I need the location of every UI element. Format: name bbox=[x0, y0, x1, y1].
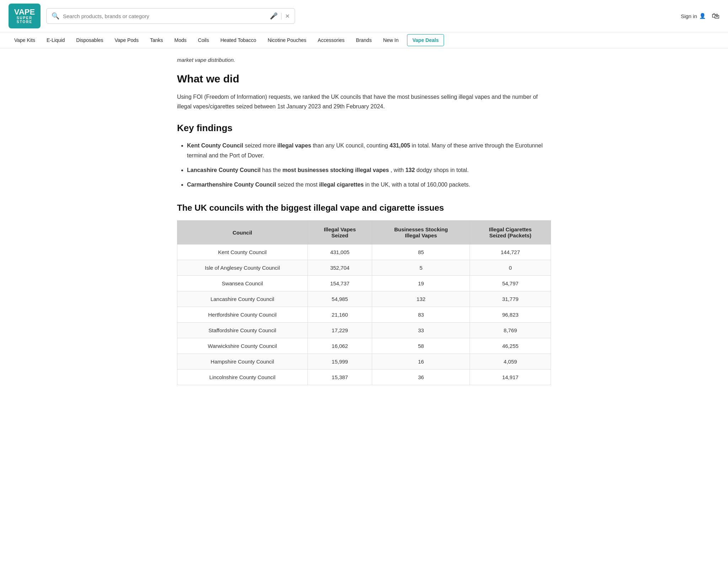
finding-2-bold-mid: most businesses stocking illegal vapes bbox=[283, 167, 389, 173]
finding-1-text1: seized more bbox=[245, 142, 278, 149]
finding-3-bold-mid: illegal cigarettes bbox=[319, 182, 364, 188]
table-cell: 21,160 bbox=[307, 307, 372, 323]
table-row: Isle of Anglesey County Council352,70450 bbox=[177, 260, 551, 276]
table-cell: 96,823 bbox=[470, 307, 551, 323]
table-row: Staffordshire County Council17,229338,76… bbox=[177, 323, 551, 338]
finding-2-bold-start: Lancashire County Council bbox=[187, 167, 261, 173]
list-item: Kent County Council seized more illegal … bbox=[187, 141, 551, 160]
table-cell: 85 bbox=[372, 244, 470, 260]
table-cell: 83 bbox=[372, 307, 470, 323]
table-cell: Swansea Council bbox=[177, 276, 308, 291]
main-content: market vape distribution. What we did Us… bbox=[168, 48, 560, 399]
microphone-icon[interactable]: 🎤 bbox=[270, 12, 278, 20]
logo-store-text: STORE bbox=[17, 20, 32, 24]
table-cell: 352,704 bbox=[307, 260, 372, 276]
search-icon: 🔍 bbox=[52, 12, 59, 20]
col-cigarettes: Illegal CigarettesSeized (Packets) bbox=[470, 221, 551, 244]
nav-accessories[interactable]: Accessories bbox=[312, 32, 350, 48]
table-cell: 17,229 bbox=[307, 323, 372, 338]
user-icon: 👤 bbox=[699, 13, 706, 19]
table-row: Swansea Council154,7371954,797 bbox=[177, 276, 551, 291]
table-row: Lancashire County Council54,98513231,779 bbox=[177, 291, 551, 307]
main-nav: Vape Kits E-Liquid Disposables Vape Pods… bbox=[0, 32, 728, 48]
table-row: Lincolnshire County Council15,3873614,91… bbox=[177, 370, 551, 385]
nav-mods[interactable]: Mods bbox=[169, 32, 192, 48]
site-header: VAPE SUPER STORE 🔍 🎤 ✕ Sign in 👤 🛍 bbox=[0, 0, 728, 32]
table-cell: 5 bbox=[372, 260, 470, 276]
table-cell: 144,727 bbox=[470, 244, 551, 260]
list-item: Carmarthenshire County Council seized th… bbox=[187, 180, 551, 189]
table-cell: 15,387 bbox=[307, 370, 372, 385]
table-cell: 19 bbox=[372, 276, 470, 291]
table-cell: 33 bbox=[372, 323, 470, 338]
table-cell: Isle of Anglesey County Council bbox=[177, 260, 308, 276]
nav-coils[interactable]: Coils bbox=[192, 32, 215, 48]
table-row: Warwickshire County Council16,0625846,25… bbox=[177, 338, 551, 354]
table-cell: 4,059 bbox=[470, 354, 551, 370]
table-heading: The UK councils with the biggest illegal… bbox=[177, 202, 551, 213]
table-cell: 14,917 bbox=[470, 370, 551, 385]
finding-1-bold-num: 431,005 bbox=[390, 142, 410, 149]
nav-heated-tobacco[interactable]: Heated Tobacco bbox=[215, 32, 262, 48]
finding-2-text2: , with bbox=[391, 167, 406, 173]
table-cell: 132 bbox=[372, 291, 470, 307]
table-cell: 431,005 bbox=[307, 244, 372, 260]
sign-in-label: Sign in bbox=[681, 13, 697, 19]
search-input[interactable] bbox=[63, 13, 266, 19]
nav-tanks[interactable]: Tanks bbox=[144, 32, 169, 48]
what-we-did-heading: What we did bbox=[177, 73, 551, 85]
table-cell: 154,737 bbox=[307, 276, 372, 291]
list-item: Lancashire County Council has the most b… bbox=[187, 165, 551, 175]
table-cell: Lancashire County Council bbox=[177, 291, 308, 307]
finding-1-bold-start: Kent County Council bbox=[187, 142, 243, 149]
table-cell: Warwickshire County Council bbox=[177, 338, 308, 354]
table-cell: 36 bbox=[372, 370, 470, 385]
table-cell: 16 bbox=[372, 354, 470, 370]
col-council: Council bbox=[177, 221, 308, 244]
what-we-did-text: Using FOI (Freedom of Information) reque… bbox=[177, 92, 551, 111]
table-row: Kent County Council431,00585144,727 bbox=[177, 244, 551, 260]
table-cell: 16,062 bbox=[307, 338, 372, 354]
nav-vape-kits[interactable]: Vape Kits bbox=[9, 32, 41, 48]
councils-table: Council Illegal VapesSeized Businesses S… bbox=[177, 220, 551, 385]
nav-e-liquid[interactable]: E-Liquid bbox=[41, 32, 70, 48]
nav-brands[interactable]: Brands bbox=[350, 32, 377, 48]
finding-1-text2: than any UK council, counting bbox=[313, 142, 390, 149]
table-cell: 46,255 bbox=[470, 338, 551, 354]
logo-super-text: SUPER bbox=[17, 16, 32, 20]
table-cell: 8,769 bbox=[470, 323, 551, 338]
col-illegal-vapes: Illegal VapesSeized bbox=[307, 221, 372, 244]
nav-disposables[interactable]: Disposables bbox=[70, 32, 109, 48]
search-bar: 🔍 🎤 ✕ bbox=[46, 8, 295, 24]
key-findings-list: Kent County Council seized more illegal … bbox=[177, 141, 551, 189]
finding-3-bold-start: Carmarthenshire County Council bbox=[187, 182, 276, 188]
table-cell: Hertfordshire County Council bbox=[177, 307, 308, 323]
finding-3-text1: seized the most bbox=[278, 182, 319, 188]
nav-new-in[interactable]: New In bbox=[378, 32, 405, 48]
nav-vape-deals[interactable]: Vape Deals bbox=[407, 34, 444, 46]
table-cell: 0 bbox=[470, 260, 551, 276]
table-cell: 54,985 bbox=[307, 291, 372, 307]
table-cell: 31,779 bbox=[470, 291, 551, 307]
table-row: Hampshire County Council15,999164,059 bbox=[177, 354, 551, 370]
nav-vape-pods[interactable]: Vape Pods bbox=[109, 32, 144, 48]
finding-2-text3: dodgy shops in total. bbox=[417, 167, 469, 173]
table-cell: 58 bbox=[372, 338, 470, 354]
key-findings-heading: Key findings bbox=[177, 123, 551, 134]
finding-2-bold-num: 132 bbox=[405, 167, 415, 173]
cart-icon[interactable]: 🛍 bbox=[712, 11, 719, 21]
finding-1-bold-mid: illegal vapes bbox=[277, 142, 311, 149]
table-cell: Lincolnshire County Council bbox=[177, 370, 308, 385]
table-cell: 54,797 bbox=[470, 276, 551, 291]
clear-search-icon[interactable]: ✕ bbox=[281, 13, 290, 20]
sign-in-button[interactable]: Sign in 👤 bbox=[681, 13, 706, 19]
table-row: Hertfordshire County Council21,1608396,8… bbox=[177, 307, 551, 323]
table-section: The UK councils with the biggest illegal… bbox=[177, 202, 551, 385]
table-cell: Hampshire County Council bbox=[177, 354, 308, 370]
col-businesses: Businesses StockingIllegal Vapes bbox=[372, 221, 470, 244]
table-cell: 15,999 bbox=[307, 354, 372, 370]
table-cell: Staffordshire County Council bbox=[177, 323, 308, 338]
site-logo[interactable]: VAPE SUPER STORE bbox=[9, 4, 41, 28]
finding-2-text1: has the bbox=[262, 167, 283, 173]
nav-nicotine-pouches[interactable]: Nicotine Pouches bbox=[262, 32, 312, 48]
